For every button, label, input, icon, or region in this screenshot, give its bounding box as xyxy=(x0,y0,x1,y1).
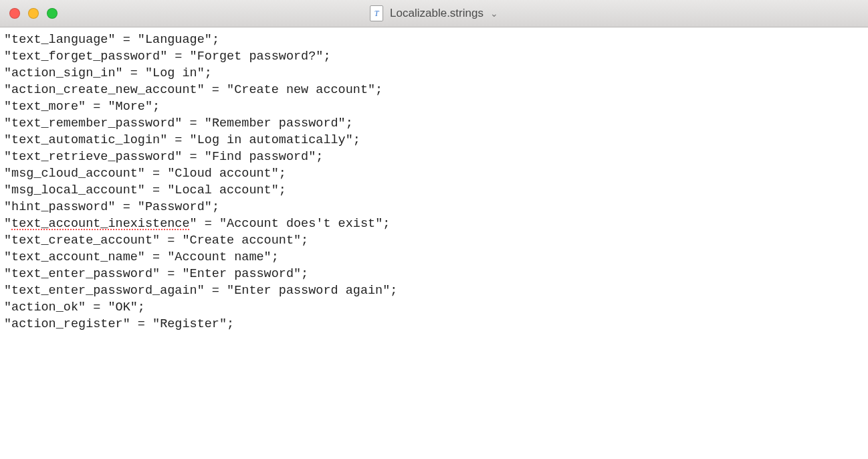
code-line[interactable]: "msg_cloud_account" = "Cloud account"; xyxy=(4,165,864,182)
code-line[interactable]: "text_more" = "More"; xyxy=(4,98,864,115)
string-key: hint_password xyxy=(11,200,108,214)
window-controls xyxy=(0,8,58,19)
code-line[interactable]: "text_forget_password" = "Forget passwor… xyxy=(4,48,864,65)
string-value: Log in xyxy=(152,66,197,80)
string-value: Password xyxy=(145,200,205,214)
code-line[interactable]: "text_account_name" = "Account name"; xyxy=(4,249,864,266)
minimize-button[interactable] xyxy=(28,8,39,19)
window-title: Localizable.strings xyxy=(390,7,483,20)
code-line[interactable]: "text_automatic_login" = "Log in automat… xyxy=(4,132,864,149)
string-value: More xyxy=(116,100,145,114)
string-value: Enter password again xyxy=(234,284,383,298)
string-value: Enter password xyxy=(190,267,294,281)
string-key: action_create_new_account xyxy=(11,83,197,97)
string-value: Account does't exist xyxy=(227,217,375,231)
string-key: text_more xyxy=(11,100,78,114)
code-line[interactable]: "text_create_account" = "Create account"… xyxy=(4,232,864,249)
string-value: Account name xyxy=(175,250,263,264)
string-value: OK xyxy=(116,300,130,314)
string-value: Register xyxy=(160,317,219,331)
code-line[interactable]: "text_account_inexistence" = "Account do… xyxy=(4,215,864,232)
code-line[interactable]: "action_sign_in" = "Log in"; xyxy=(4,65,864,82)
file-icon: T xyxy=(370,5,383,21)
code-line[interactable]: "text_retrieve_password" = "Find passwor… xyxy=(4,149,864,165)
string-value: Remember password xyxy=(212,116,338,130)
string-key: action_register xyxy=(11,317,123,331)
string-value: Forget password? xyxy=(197,50,316,64)
editor-content[interactable]: "text_language" = "Language";"text_forge… xyxy=(0,27,868,337)
window-titlebar: T Localizable.strings ⌄ xyxy=(0,0,868,27)
string-value: Cloud account xyxy=(175,167,271,181)
string-key: text_enter_password_again xyxy=(11,284,197,298)
string-key: action_ok xyxy=(11,300,78,314)
code-line[interactable]: "text_enter_password_again" = "Enter pas… xyxy=(4,282,864,299)
string-key: msg_local_account xyxy=(11,183,138,197)
string-value: Local account xyxy=(175,183,271,197)
code-line[interactable]: "text_language" = "Language"; xyxy=(4,31,864,48)
string-key: msg_cloud_account xyxy=(11,167,138,181)
zoom-button[interactable] xyxy=(47,8,58,19)
code-line[interactable]: "text_enter_password" = "Enter password"… xyxy=(4,266,864,282)
string-key: text_retrieve_password xyxy=(11,150,175,164)
string-key: text_language xyxy=(11,33,108,47)
string-key: text_forget_password xyxy=(11,50,160,64)
string-value: Create account xyxy=(190,234,294,248)
string-key: text_enter_password xyxy=(11,267,152,281)
close-button[interactable] xyxy=(9,8,20,19)
window-title-area[interactable]: T Localizable.strings ⌄ xyxy=(370,5,498,21)
code-line[interactable]: "msg_local_account" = "Local account"; xyxy=(4,182,864,199)
string-value: Find password xyxy=(212,150,308,164)
string-value: Language xyxy=(145,33,205,47)
string-key: text_account_inexistence xyxy=(11,217,189,231)
code-line[interactable]: "action_register" = "Register"; xyxy=(4,316,864,333)
string-key: action_sign_in xyxy=(11,66,115,80)
code-line[interactable]: "hint_password" = "Password"; xyxy=(4,199,864,215)
code-line[interactable]: "action_create_new_account" = "Create ne… xyxy=(4,82,864,98)
code-line[interactable]: "text_remember_password" = "Remember pas… xyxy=(4,115,864,132)
string-key: text_account_name xyxy=(11,250,138,264)
string-key: text_create_account xyxy=(11,234,152,248)
chevron-down-icon: ⌄ xyxy=(490,8,498,19)
string-key: text_remember_password xyxy=(11,116,175,130)
string-key: text_automatic_login xyxy=(11,133,160,147)
code-line[interactable]: "action_ok" = "OK"; xyxy=(4,299,864,316)
string-value: Log in automatically xyxy=(197,133,346,147)
string-value: Create new account xyxy=(234,83,368,97)
